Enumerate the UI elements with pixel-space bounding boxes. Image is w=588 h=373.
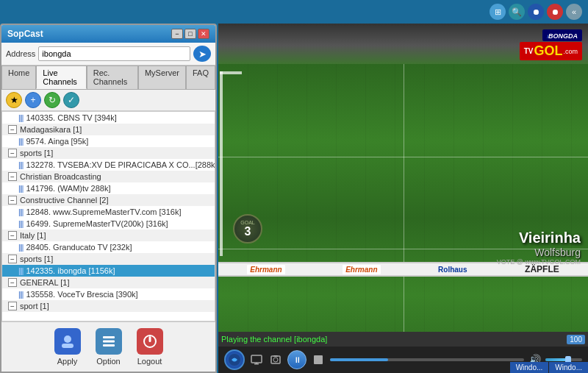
status-text: Playing the channel [ibongda] [221,335,567,344]
signal-icon: |||| [18,220,23,228]
tab-home[interactable]: Home [1,65,36,89]
signal-icon: |||| [18,267,23,275]
top-icon-1[interactable]: ⊞ [490,4,506,20]
apply-button[interactable]: Apply [54,328,81,366]
channel-list[interactable]: |||| 140335. CBNS TV [394k] − Madagasika… [1,111,215,322]
expand-icon: − [8,302,17,310]
goal-label-text: GOAL [240,220,254,225]
screenshot-button[interactable] [268,352,283,367]
refresh-icon[interactable]: ↻ [44,92,60,108]
channel-item[interactable]: |||| 28405. Granducato TV [232k] [2,241,215,253]
option-button[interactable]: Option [96,328,122,366]
channel-item-selected[interactable]: |||| 142335. ibongda [1156k] [2,265,215,277]
go-button[interactable]: ➤ [193,46,211,62]
address-input[interactable] [38,46,190,61]
svg-rect-3 [103,341,115,343]
group-sports-1[interactable]: − sports [1] [2,147,215,159]
player-info: Vieirinha Wolfsburg VOTE @ www.TVGOL.COM [497,230,581,266]
channel-item[interactable]: |||| 132278. TVSEBA:XV DE PIRACICABA X C… [2,159,215,171]
option-label: Option [96,357,120,366]
channel-name: 16499. SupremeMasterTV(200k) [316k] [26,219,168,228]
channel-item[interactable]: |||| 9574. Ainga [95k] [2,135,215,147]
expand-icon: − [8,278,17,287]
tab-myserver[interactable]: MyServer [138,65,186,89]
svg-rect-8 [251,355,262,363]
check-icon[interactable]: ✓ [63,92,79,108]
stop-button[interactable] [311,352,326,367]
signal-icon: |||| [18,208,23,216]
goal-number: 3 [245,225,251,238]
channel-item[interactable]: |||| 141796. (WAM)tv 288k] [2,182,215,194]
taskbar-item-2[interactable]: Windo... [549,362,588,373]
svg-point-0 [64,335,71,343]
address-label: Address [6,49,35,58]
channel-item[interactable]: |||| 135558. VoceTv Brescia [390k] [2,288,215,300]
group-sports-2[interactable]: − sports [1] [2,253,215,265]
main-content: SopCast − □ ✕ Address ➤ Home Live Channe… [0,24,588,373]
pause-button[interactable]: ⏸ [287,350,306,369]
group-name: Italy [1] [20,231,46,240]
channel-name: 141796. (WAM)tv 288k] [26,184,110,193]
taskbar-item-1[interactable]: Windo... [510,362,549,373]
tv-logo: iBONGDA TV GOL .com [520,29,582,60]
add-icon[interactable]: + [25,92,41,108]
group-italy[interactable]: − Italy [1] [2,230,215,241]
minimize-button[interactable]: − [171,29,183,39]
expand-icon: − [8,149,17,157]
channel-name: 135558. VoceTv Brescia [390k] [26,290,137,299]
channel-item[interactable]: |||| 140335. CBNS TV [394k] [2,112,215,124]
group-christian-broadcasting[interactable]: − Christian Broadcasting [2,171,215,182]
favorite-icon[interactable]: ★ [6,92,22,108]
player-team: Wolfsburg [497,246,581,258]
top-icon-2[interactable]: 🔍 [509,4,525,20]
progress-bar[interactable] [330,358,524,361]
expand-icon: − [8,172,17,181]
channel-name: 140335. CBNS TV [394k] [26,113,116,122]
svg-rect-4 [103,344,115,347]
gol-text: GOL [534,43,562,59]
group-sport-3[interactable]: − sport [1] [2,300,215,312]
volume-slider[interactable] [545,358,582,361]
progress-fill [330,358,388,361]
maximize-button[interactable]: □ [184,29,196,39]
sponsor-ehrmann-2: Ehrmann [343,265,380,274]
group-name: sports [1] [20,149,53,157]
channel-name: 9574. Ainga [95k] [26,137,88,146]
quality-badge: 100 [567,335,585,344]
group-constructive[interactable]: − Constructive Channel [2] [2,194,215,206]
player-name: Vieirinha [497,230,581,246]
logout-button[interactable]: Logout [137,328,163,366]
top-bar: ⊞ 🔍 ⏺ ⏺ « [0,0,588,24]
tab-rec-channels[interactable]: Rec. Channels [87,65,138,89]
close-button[interactable]: ✕ [198,29,209,39]
taskbar-items: Windo... Windo... [510,362,588,373]
svg-point-12 [273,358,278,362]
signal-icon: |||| [18,244,23,252]
expand-icon: − [8,196,17,205]
screen-button[interactable] [249,352,264,367]
group-general[interactable]: − GENERAL [1] [2,277,215,288]
video-area: Ehrmann Ehrmann Rolhaus ZÄPFLE iBONGDA T… [218,24,588,332]
address-bar: Address ➤ [1,43,215,65]
apply-icon [54,328,81,355]
video-panel: Ehrmann Ehrmann Rolhaus ZÄPFLE iBONGDA T… [218,24,588,373]
field-area [218,64,588,332]
top-icon-5[interactable]: « [566,4,582,20]
ibongda-main: BONGDA [548,32,578,40]
top-icon-4[interactable]: ⏺ [547,4,563,20]
group-name: Christian Broadcasting [20,172,101,181]
channel-item[interactable]: |||| 12848. www.SupremeMasterTV.com [316… [2,206,215,218]
group-madagasikara[interactable]: − Madagasikara [1] [2,124,215,135]
tab-faq[interactable]: FAQ [186,65,215,89]
top-icon-3[interactable]: ⏺ [528,4,544,20]
goal-badge: GOAL 3 [233,214,262,244]
channel-item[interactable]: |||| 16499. SupremeMasterTV(200k) [316k] [2,218,215,230]
video-content: Ehrmann Ehrmann Rolhaus ZÄPFLE iBONGDA T… [218,24,588,332]
group-name: GENERAL [1] [20,278,69,287]
tab-live-channels[interactable]: Live Channels [36,65,86,89]
svg-rect-14 [314,355,323,364]
bottom-buttons: Apply Option [1,322,215,372]
logout-icon [137,328,163,355]
sopcast-logo-button[interactable] [224,349,245,370]
svg-rect-13 [273,355,278,357]
